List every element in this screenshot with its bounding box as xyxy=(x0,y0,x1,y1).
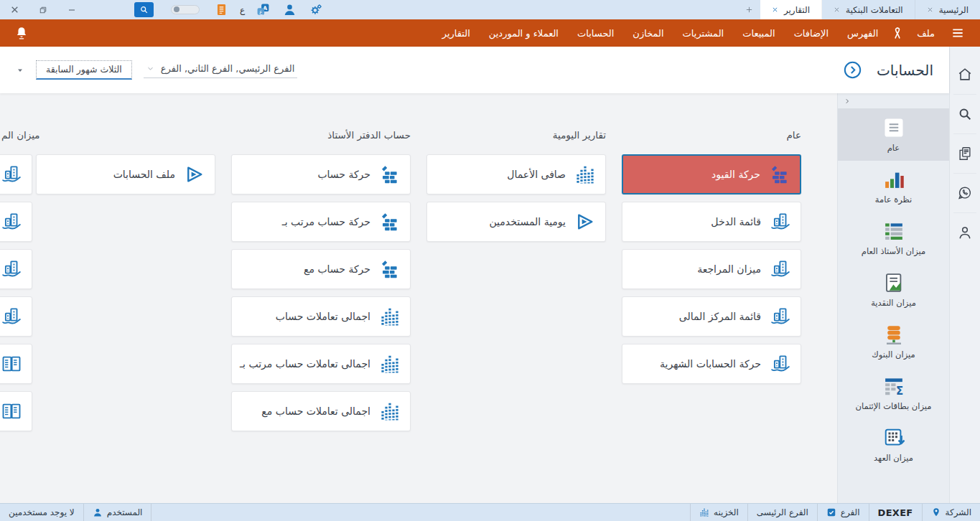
report-card-account-totals[interactable]: اجمالى تعاملات حساب xyxy=(231,296,411,337)
menu-item-sales[interactable]: المبيعات xyxy=(733,28,784,39)
statusbar-branch[interactable]: الفرع xyxy=(817,504,869,521)
new-tab-button[interactable] xyxy=(739,0,760,19)
report-card-label: صافى الأعمال xyxy=(507,169,566,180)
close-icon[interactable] xyxy=(834,6,840,13)
report-card-users-journal[interactable]: يومية المستخدمين xyxy=(426,202,606,242)
close-icon[interactable] xyxy=(772,6,778,13)
report-card-accounts-file[interactable]: ملف الحسابات xyxy=(36,154,215,194)
translate-button[interactable] xyxy=(250,0,276,19)
company-name-logo: DEXEF xyxy=(878,507,913,518)
equalizer-icon xyxy=(574,164,596,185)
minimize-button[interactable] xyxy=(57,0,86,19)
report-card-label: ميزان المراجعة xyxy=(697,263,761,275)
statusbar-users-status: لا يوجد مستخدمين xyxy=(0,504,83,521)
contacts-button[interactable] xyxy=(953,213,976,252)
report-card-clipped[interactable] xyxy=(0,249,32,289)
statusbar-branch-name[interactable]: الفرع الرئيسى xyxy=(747,504,817,521)
search-button[interactable] xyxy=(134,2,154,17)
sidebar-item-overview[interactable]: نظرة عامة xyxy=(838,161,949,212)
branch-filter-dropdown[interactable]: الفرع الرئيسي, الفرع الثاني, الفرع xyxy=(144,62,298,78)
report-card-clipped[interactable] xyxy=(0,154,32,194)
column-daily-reports: تقارير اليومية صافى الأعمال يومية المستخ… xyxy=(426,129,606,249)
user-button[interactable] xyxy=(276,0,303,19)
chevron-down-icon xyxy=(146,65,154,72)
menu-item-accounts[interactable]: الحسابات xyxy=(568,28,623,39)
tab-reports[interactable]: التقارير xyxy=(760,0,822,19)
circle-arrow-icon[interactable] xyxy=(843,60,862,80)
sidebar-item-credit-cards-balance[interactable]: ميزان بطاقات الإئتمان xyxy=(838,367,949,419)
whatsapp-button[interactable] xyxy=(953,174,976,213)
report-card-financial-position[interactable]: قائمة المركز المالى xyxy=(622,296,801,337)
menu-item-file[interactable]: ملف xyxy=(907,28,944,39)
statusbar-treasury[interactable]: الخزينه xyxy=(690,504,747,521)
report-card-label: حركة الحسابات الشهرية xyxy=(660,358,761,370)
sidebar-item-label: ميزان البنوك xyxy=(872,350,915,360)
statusbar-company-name: DEXEF xyxy=(869,504,922,521)
report-card-account-movement-sorted[interactable]: حركة حساب مرتب بـ xyxy=(231,202,411,242)
report-card-clipped[interactable] xyxy=(0,202,32,242)
sidebar-collapse-row[interactable] xyxy=(838,93,949,109)
close-icon[interactable] xyxy=(927,6,933,13)
header-filters: الفرع الرئيسي, الفرع الثاني, الفرع الثلا… xyxy=(16,60,297,80)
report-card-account-totals-sorted[interactable]: اجمالى تعاملات حساب مرتب بـ xyxy=(231,344,411,384)
sidebar-item-cash-balance[interactable]: ميزان النقدية xyxy=(838,264,949,316)
report-card-clipped[interactable] xyxy=(0,344,32,384)
chevron-right-icon xyxy=(844,98,851,105)
menu-item-purchases[interactable]: المشتريات xyxy=(673,28,734,39)
documents-button[interactable] xyxy=(953,134,976,174)
section-header-clipped: ميزان الم xyxy=(1,129,40,143)
section-header: تقارير اليومية xyxy=(426,129,606,143)
statusbar-user[interactable]: المستخدم xyxy=(83,504,152,521)
report-card-net-business[interactable]: صافى الأعمال xyxy=(426,154,606,194)
report-card-entries-movement[interactable]: حركة القيود xyxy=(622,154,801,194)
language-indicator[interactable]: ع xyxy=(235,5,250,15)
home-button[interactable] xyxy=(953,55,976,95)
reports-grid: عام حركة القيود قائمة الدخل ميزان المراج… xyxy=(0,93,837,503)
sidebar-item-banks-balance[interactable]: ميزان البنوك xyxy=(838,316,949,367)
close-window-button[interactable] xyxy=(0,0,29,19)
report-card-account-movement-with[interactable]: حركة حساب مع xyxy=(231,249,411,289)
notifications-button[interactable] xyxy=(9,26,34,40)
restore-icon xyxy=(39,6,47,14)
statusbar-company[interactable]: الشركة xyxy=(922,504,980,521)
buildings-icon xyxy=(770,211,791,233)
period-filter-dropdown[interactable]: الثلاث شهور السابقة xyxy=(36,60,132,80)
menu-item-index[interactable]: الفهرس xyxy=(838,28,887,39)
person-outline-icon xyxy=(957,225,973,240)
buildings-icon xyxy=(1,258,22,280)
report-card-clipped[interactable] xyxy=(0,296,32,337)
whatsapp-icon xyxy=(957,185,973,201)
sidebar-item-custody-balance[interactable]: ميزان العهد xyxy=(838,419,949,471)
report-card-label: اجمالى تعاملات حساب xyxy=(276,311,370,322)
tab-banking[interactable]: التعاملات البنكية xyxy=(822,0,915,19)
database-icon xyxy=(883,324,905,345)
person-icon xyxy=(283,3,297,17)
menu-item-addons[interactable]: الإضافات xyxy=(785,28,838,39)
bell-icon xyxy=(14,26,29,40)
report-card-income-statement[interactable]: قائمة الدخل xyxy=(622,202,801,242)
menu-button[interactable] xyxy=(944,26,971,40)
report-card-label: حركة حساب xyxy=(317,169,370,180)
notes-button[interactable] xyxy=(208,0,235,19)
report-card-trial-balance[interactable]: ميزان المراجعة xyxy=(622,249,801,289)
menu-item-clients-suppliers[interactable]: العملاء و الموردين xyxy=(480,28,568,39)
report-card-account-movement[interactable]: حركة حساب xyxy=(231,154,411,194)
theme-toggle[interactable] xyxy=(171,5,200,14)
sidebar-item-general[interactable]: عام xyxy=(838,109,949,161)
menu-item-reports[interactable]: التقارير xyxy=(433,28,480,39)
report-card-monthly-accounts[interactable]: حركة الحسابات الشهرية xyxy=(622,344,801,384)
ribbon-icon[interactable] xyxy=(887,27,907,39)
content-row: عام نظرة عامة ميزان الأستاذ العام ميزان … xyxy=(0,93,949,503)
sidebar-item-label: نظرة عامة xyxy=(875,195,912,205)
sidebar-item-general-ledger-balance[interactable]: ميزان الأستاذ العام xyxy=(838,212,949,264)
settings-button[interactable] xyxy=(303,0,330,19)
period-caret-button[interactable] xyxy=(16,66,24,75)
play-icon xyxy=(184,164,205,185)
restore-button[interactable] xyxy=(29,0,57,19)
report-card-account-totals-with[interactable]: اجمالى تعاملات حساب مع xyxy=(231,391,411,431)
menu-item-warehouses[interactable]: المخازن xyxy=(623,28,673,39)
tab-home[interactable]: الرئيسية xyxy=(915,0,980,19)
company-label: الشركة xyxy=(946,507,971,517)
report-card-clipped[interactable] xyxy=(0,391,32,431)
search-rail-button[interactable] xyxy=(953,95,976,134)
